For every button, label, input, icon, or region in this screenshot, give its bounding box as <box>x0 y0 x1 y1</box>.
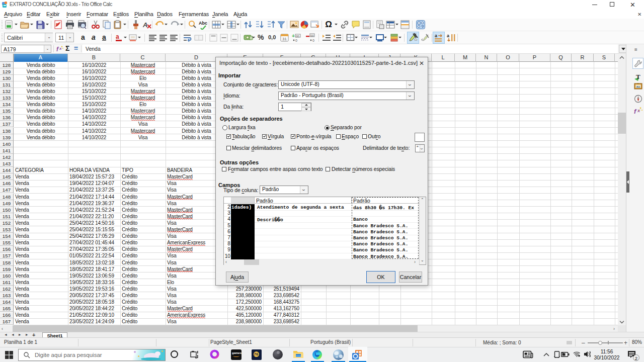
svg-text:00: 00 <box>310 34 314 37</box>
svg-text:31: 31 <box>282 37 287 41</box>
svg-text:0: 0 <box>295 39 297 42</box>
svg-text:A: A <box>142 21 147 29</box>
svg-text:+: + <box>292 33 295 39</box>
svg-text:x: x <box>637 108 640 113</box>
svg-text:00: 00 <box>296 35 299 38</box>
svg-text:T: T <box>636 73 640 80</box>
svg-text:a: a <box>116 33 119 40</box>
svg-text:a: a <box>447 33 450 38</box>
svg-text:P: P <box>56 22 59 27</box>
svg-text:Abc: Abc <box>199 21 207 26</box>
svg-text:0: 0 <box>312 39 314 42</box>
svg-text:a: a <box>435 33 438 38</box>
svg-text:f: f <box>56 46 59 52</box>
svg-text:x: x <box>59 46 62 51</box>
svg-text:f: f <box>634 108 637 115</box>
